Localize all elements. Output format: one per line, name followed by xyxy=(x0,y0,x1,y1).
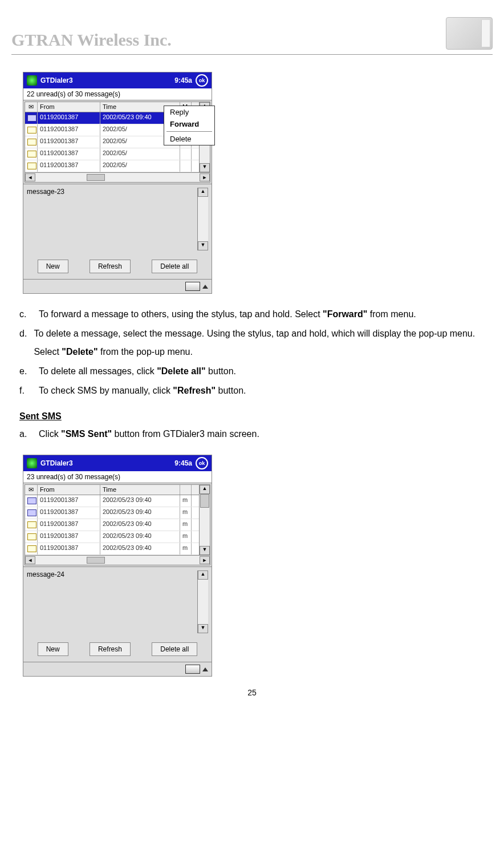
cell-from: 01192001387 xyxy=(38,124,100,136)
message-table: ✉ From Time 01192001387 2002/05/23 09:40… xyxy=(25,484,210,565)
menu-forward[interactable]: Forward xyxy=(164,118,214,130)
text: from menu. xyxy=(367,309,416,319)
ok-button[interactable]: ok xyxy=(196,74,208,87)
table-row[interactable]: 01192001387 2002/05/23 09:40 m xyxy=(25,531,199,543)
cell-from: 01192001387 xyxy=(38,519,100,531)
scroll-right-icon[interactable]: ► xyxy=(200,173,210,181)
instruction-a: a. Click "SMS Sent" button from GTDialer… xyxy=(19,425,485,443)
new-button[interactable]: New xyxy=(38,642,68,656)
text: button from GTDialer3 main screen. xyxy=(112,429,259,439)
scroll-thumb[interactable] xyxy=(87,557,105,564)
text: from the pop-up menu. xyxy=(98,347,193,357)
col-from[interactable]: From xyxy=(38,485,100,495)
instruction-c: c. To forward a message to others, using… xyxy=(19,305,485,323)
col-time[interactable]: Time xyxy=(100,485,180,495)
section-sent-sms: Sent SMS xyxy=(19,411,485,422)
keyboard-icon[interactable] xyxy=(185,665,200,674)
app-title: GTDialer3 xyxy=(40,459,73,467)
refresh-button[interactable]: Refresh xyxy=(90,642,131,656)
cell-m xyxy=(180,148,192,160)
menu-reply[interactable]: Reply xyxy=(164,106,214,118)
text: Click xyxy=(39,429,61,439)
col-icon[interactable]: ✉ xyxy=(25,485,38,495)
preview-text: message-24 xyxy=(27,570,197,633)
clock: 9:45a xyxy=(174,459,192,467)
scroll-thumb[interactable] xyxy=(200,494,209,508)
table-header: ✉ From Time xyxy=(25,485,199,495)
instruction-d: d. To delete a message, select the messa… xyxy=(19,325,485,361)
table-row[interactable]: 01192001387 2002/05/23 09:40 m xyxy=(25,495,199,507)
instruction-e: e. To delete all messages, click "Delete… xyxy=(19,362,485,381)
cell-time: 2002/05/23 09:40 xyxy=(100,543,180,554)
cell-from: 01192001387 xyxy=(38,160,100,172)
vertical-scrollbar[interactable]: ▲ ▼ xyxy=(199,485,210,555)
table-row[interactable]: 01192001387 2002/05/23 09:40 m xyxy=(25,543,199,555)
scroll-right-icon[interactable]: ► xyxy=(200,556,210,564)
title-bar: GTDialer3 9:45a ok xyxy=(23,72,212,88)
cell-from: 01192001387 xyxy=(38,531,100,543)
table-row[interactable]: 01192001387 2002/05/23 09:40 m xyxy=(25,519,199,531)
bold-text: "Delete all" xyxy=(157,366,205,376)
scroll-up-icon[interactable]: ▲ xyxy=(200,485,210,494)
cell-time: 2002/05/23 09:40 xyxy=(100,531,180,543)
product-card-image xyxy=(446,17,493,50)
horizontal-scrollbar[interactable]: ◄ ► xyxy=(25,555,210,565)
status-line: 23 unread(s) of 30 message(s) xyxy=(23,471,212,483)
scroll-down-icon[interactable]: ▼ xyxy=(200,163,210,172)
menu-delete[interactable]: Delete xyxy=(164,133,214,145)
scroll-up-icon[interactable]: ▲ xyxy=(198,570,208,580)
refresh-button[interactable]: Refresh xyxy=(90,260,131,273)
scroll-down-icon[interactable]: ▼ xyxy=(200,546,210,555)
scroll-thumb[interactable] xyxy=(87,174,105,181)
text: button. xyxy=(216,386,246,395)
cell-from: 01192001387 xyxy=(38,136,100,148)
start-icon[interactable] xyxy=(27,75,37,86)
keyboard-icon[interactable] xyxy=(185,282,200,291)
bold-text: "SMS Sent" xyxy=(61,429,112,439)
table-row[interactable]: 01192001387 2002/05/ xyxy=(25,160,199,172)
scroll-up-icon[interactable]: ▲ xyxy=(198,188,208,197)
cell-from: 01192001387 xyxy=(38,495,100,507)
table-row[interactable]: 01192001387 2002/05/ xyxy=(25,148,199,160)
cell-from: 01192001387 xyxy=(38,543,100,554)
horizontal-scrollbar[interactable]: ◄ ► xyxy=(25,172,210,182)
scroll-left-icon[interactable]: ◄ xyxy=(25,173,35,181)
start-icon[interactable] xyxy=(27,458,37,468)
col-icon[interactable]: ✉ xyxy=(25,102,38,112)
new-button[interactable]: New xyxy=(38,260,68,273)
text: To delete all messages, click xyxy=(39,366,157,376)
text: button. xyxy=(206,366,236,376)
delete-all-button[interactable]: Delete all xyxy=(152,642,197,656)
col-m[interactable] xyxy=(180,485,192,495)
envelope-icon xyxy=(27,139,36,145)
envelope-open-icon xyxy=(27,497,36,504)
company-name: GTRAN Wireless Inc. xyxy=(11,30,172,50)
screenshot-sent-sms: GTDialer3 9:45a ok 23 unread(s) of 30 me… xyxy=(23,455,212,677)
cell-time: 2002/05/23 09:40 xyxy=(100,507,180,519)
preview-scrollbar[interactable]: ▲ ▼ xyxy=(197,188,208,250)
sip-bar xyxy=(23,662,212,676)
ok-button[interactable]: ok xyxy=(196,457,208,469)
cell-m: m xyxy=(180,531,192,543)
message-preview: message-24 ▲ ▼ xyxy=(23,566,212,637)
cell-time: 2002/05/23 09:40 xyxy=(100,519,180,531)
sip-up-icon[interactable] xyxy=(202,285,208,289)
scroll-down-icon[interactable]: ▼ xyxy=(198,241,208,250)
cell-from: 01192001387 xyxy=(38,148,100,160)
col-from[interactable]: From xyxy=(38,102,100,112)
list-letter: e. xyxy=(19,362,39,381)
list-letter: c. xyxy=(19,305,39,323)
envelope-open-icon xyxy=(27,115,36,122)
preview-scrollbar[interactable]: ▲ ▼ xyxy=(197,570,208,633)
envelope-icon xyxy=(27,163,36,169)
delete-all-button[interactable]: Delete all xyxy=(152,260,197,273)
cell-m: m xyxy=(180,519,192,531)
scroll-down-icon[interactable]: ▼ xyxy=(198,624,208,633)
table-row[interactable]: 01192001387 2002/05/23 09:40 m xyxy=(25,507,199,519)
text: To forward a message to others, using th… xyxy=(39,309,323,319)
sip-up-icon[interactable] xyxy=(202,667,208,671)
cell-m xyxy=(180,160,192,172)
bold-text: "Refresh" xyxy=(173,386,216,395)
scroll-left-icon[interactable]: ◄ xyxy=(25,556,35,564)
sip-bar xyxy=(23,279,212,293)
